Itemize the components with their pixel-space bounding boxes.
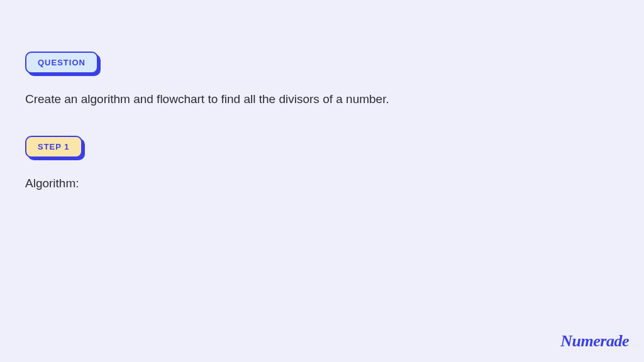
question-badge: QUESTION xyxy=(25,52,98,74)
question-badge-label: QUESTION xyxy=(38,58,86,67)
brand-logo: Numerade xyxy=(560,332,629,351)
step1-text: Algorithm: xyxy=(25,175,619,192)
step1-badge-label: STEP 1 xyxy=(38,142,70,151)
step1-badge: STEP 1 xyxy=(25,136,82,158)
question-text: Create an algorithm and flowchart to fin… xyxy=(25,91,619,108)
content-area: QUESTION Create an algorithm and flowcha… xyxy=(0,0,644,217)
